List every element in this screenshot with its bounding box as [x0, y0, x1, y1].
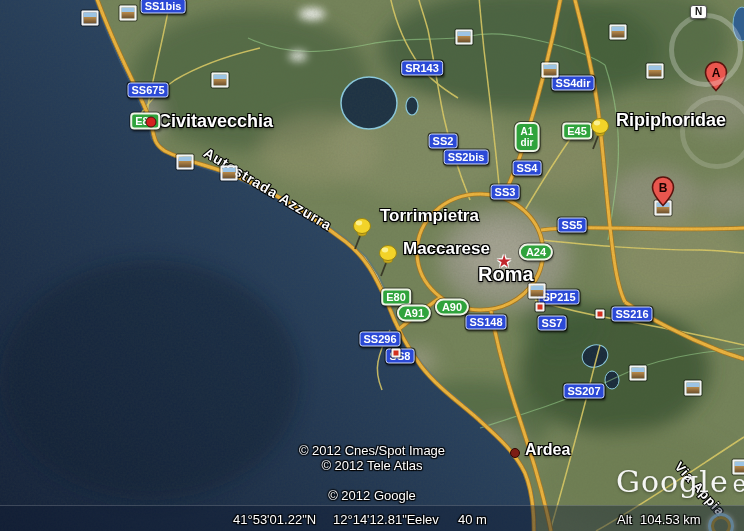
red-star-marker: ★	[496, 253, 511, 270]
road-badge-ss207[interactable]: SS207	[563, 384, 604, 399]
poi-icon-inner	[538, 305, 543, 310]
photo-icon[interactable]	[685, 381, 702, 396]
route-badge-a24[interactable]: A24	[519, 244, 553, 261]
pushpin-ripiphoridae[interactable]	[585, 117, 615, 155]
status-elev-value: 40 m	[458, 512, 487, 527]
poi-icon-inner	[598, 312, 603, 317]
route-badge-a1dir[interactable]: A1dir	[515, 122, 540, 152]
place-label-ardea[interactable]: Ardea	[525, 442, 570, 458]
route-badge-a90[interactable]: A90	[435, 299, 469, 316]
marker-b-pin[interactable]: B	[650, 175, 676, 211]
copyright-imagery: © 2012 Cnes/Spot Image	[222, 443, 522, 458]
place-label-maccarese[interactable]: Maccarese	[403, 240, 490, 257]
route-badge-line2: dir	[521, 137, 534, 148]
status-latitude: 41°53'01.22"N	[233, 512, 316, 527]
road-badge-ss2[interactable]: SS2	[429, 134, 458, 149]
status-elev-label: elev	[415, 512, 439, 527]
poi-icon-inner	[394, 351, 399, 356]
road-badge-ss675[interactable]: SS675	[127, 83, 168, 98]
photo-icon[interactable]	[456, 30, 473, 45]
road-badge-ss4[interactable]: SS4	[513, 161, 542, 176]
photo-icon[interactable]	[221, 166, 238, 181]
road-badge-ss7[interactable]: SS7	[538, 316, 567, 331]
google-logo: Google	[616, 464, 729, 499]
road-badge-ss1bis[interactable]: SS1bis	[141, 0, 186, 14]
status-longitude: 12°14'12.81"E	[333, 512, 415, 527]
red-dot-marker	[146, 117, 157, 128]
road-badge-ss5[interactable]: SS5	[558, 218, 587, 233]
road-badge-ss4dir[interactable]: SS4dir	[552, 76, 595, 91]
road-badge-ss296[interactable]: SS296	[359, 332, 400, 347]
place-label-torrimpietra[interactable]: Torrimpietra	[380, 207, 479, 224]
status-alt-value: 104.53 km	[640, 512, 701, 527]
move-joystick-ring[interactable]	[680, 95, 744, 169]
photo-icon[interactable]	[82, 11, 99, 26]
photo-icon[interactable]	[177, 155, 194, 170]
earth-logo: earth	[733, 470, 744, 497]
photo-icon[interactable]	[630, 366, 647, 381]
route-badge-a91[interactable]: A91	[397, 305, 431, 322]
poi-icon[interactable]	[536, 303, 545, 312]
status-bar: 41°53'01.22"N 12°14'12.81"E elev 40 m Al…	[0, 505, 744, 531]
google-earth-watermark: Googleearth	[616, 464, 744, 499]
compass-north-button[interactable]: N	[690, 5, 707, 19]
place-label-civitavecchia[interactable]: Civitavecchia	[158, 112, 273, 130]
photo-icon[interactable]	[610, 25, 627, 40]
compass-north-label: N	[695, 6, 702, 17]
route-badge-e80[interactable]: E80	[381, 289, 411, 306]
road-badge-ss216[interactable]: SS216	[611, 307, 652, 322]
svg-text:B: B	[659, 181, 668, 195]
poi-icon[interactable]	[392, 349, 401, 358]
route-badge-line1: A1	[521, 126, 534, 137]
poi-icon[interactable]	[596, 310, 605, 319]
photo-icon[interactable]	[212, 73, 229, 88]
photo-icon[interactable]	[529, 284, 546, 299]
road-badge-sr143[interactable]: SR143	[401, 61, 443, 76]
copyright-google: © 2012 Google	[222, 488, 522, 503]
road-badge-ss2bis[interactable]: SS2bis	[444, 150, 489, 165]
road-badge-ss3[interactable]: SS3	[491, 185, 520, 200]
status-alt-label: Alt	[617, 512, 632, 527]
copyright-tele-atlas: © 2012 Tele Atlas	[222, 458, 522, 473]
photo-icon[interactable]	[542, 63, 559, 78]
road-badge-ss148[interactable]: SS148	[465, 315, 506, 330]
photo-icon[interactable]	[647, 64, 664, 79]
pushpin-maccarese[interactable]	[373, 244, 403, 282]
google-earth-map-view[interactable]: CivitavecchiaTorrimpietraMaccareseRomaAr…	[0, 0, 744, 531]
photo-icon[interactable]	[120, 6, 137, 21]
navigation-ring[interactable]	[669, 13, 743, 87]
